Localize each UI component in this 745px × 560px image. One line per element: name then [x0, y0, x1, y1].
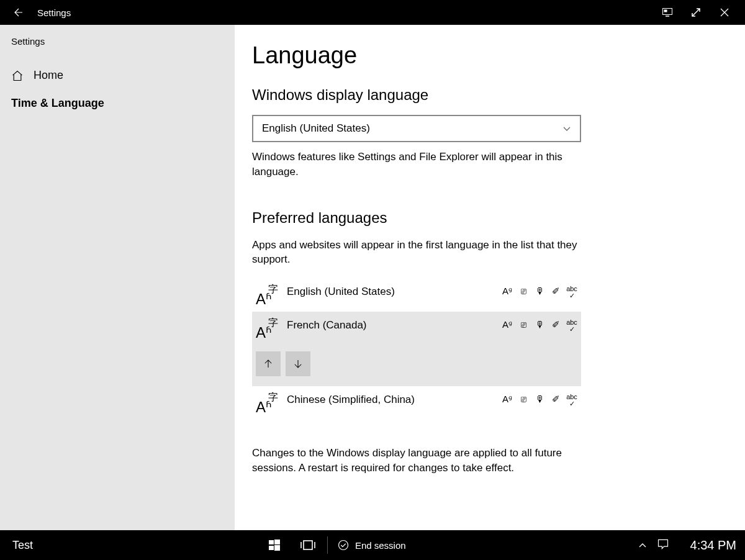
- sidebar-item-time-language[interactable]: Time & Language: [0, 89, 235, 117]
- home-icon: [11, 70, 24, 82]
- task-view-icon: [300, 540, 315, 551]
- expand-icon: [692, 8, 700, 17]
- display-language-dropdown[interactable]: English (United States): [252, 115, 581, 142]
- check-circle-icon: [338, 540, 349, 551]
- sidebar-item-label: Home: [34, 69, 63, 82]
- language-item-french-ca[interactable]: 字Aʱ French (Canada) Aᶢ ⎚ 🎙︎ ✐ abc✓: [252, 312, 581, 386]
- preferred-languages-helper: Apps and websites will appear in the fir…: [252, 238, 600, 268]
- display-language-helper: Windows features like Settings and File …: [252, 150, 600, 179]
- move-down-button[interactable]: [286, 351, 310, 376]
- display-language-icon: ⎚: [518, 394, 529, 407]
- window-titlebar: Settings: [0, 0, 745, 25]
- move-up-button[interactable]: [256, 351, 281, 376]
- handwriting-icon: ✐: [550, 286, 561, 299]
- language-reorder-controls: [256, 351, 577, 376]
- dropdown-value: English (United States): [262, 122, 370, 135]
- language-features: Aᶢ ⎚ 🎙︎ ✐ abc✓: [502, 318, 577, 333]
- spellcheck-icon: abc✓: [566, 286, 577, 299]
- remote-icon: [662, 8, 672, 17]
- speech-icon: 🎙︎: [534, 319, 545, 333]
- back-button[interactable]: [6, 7, 31, 18]
- remote-icon-button[interactable]: [653, 0, 682, 25]
- main-area: Settings Home Time & Language Language W…: [0, 25, 745, 530]
- spellcheck-icon: abc✓: [566, 394, 577, 407]
- end-session-button[interactable]: End session: [330, 540, 413, 551]
- language-glyph-icon: 字Aʱ: [256, 318, 277, 339]
- section-title-preferred-languages: Preferred languages: [252, 209, 720, 227]
- text-to-speech-icon: Aᶢ: [502, 319, 513, 333]
- speech-icon: 🎙︎: [534, 286, 545, 299]
- language-features: Aᶢ ⎚ 🎙︎ ✐ abc✓: [502, 284, 577, 299]
- svg-rect-6: [274, 545, 280, 551]
- content-pane: Language Windows display language Englis…: [235, 25, 745, 530]
- window-title: Settings: [31, 7, 71, 18]
- system-tray: 4:34 PM: [638, 538, 736, 553]
- text-to-speech-icon: Aᶢ: [502, 286, 513, 299]
- language-name: French (Canada): [287, 318, 492, 332]
- arrow-left-icon: [13, 7, 24, 18]
- sidebar: Settings Home Time & Language: [0, 25, 235, 530]
- taskbar-divider: [327, 536, 328, 554]
- language-features: Aᶢ ⎚ 🎙︎ ✐ abc✓: [502, 392, 577, 407]
- preferred-language-list: 字Aʱ English (United States) Aᶢ ⎚ 🎙︎ ✐ ab…: [252, 278, 581, 420]
- start-button[interactable]: [258, 530, 291, 560]
- speech-icon: 🎙︎: [534, 394, 545, 407]
- task-view-button[interactable]: [291, 530, 325, 560]
- windows-icon: [269, 540, 280, 551]
- svg-rect-4: [274, 540, 280, 544]
- svg-point-10: [338, 541, 348, 550]
- language-glyph-icon: 字Aʱ: [256, 392, 277, 413]
- sidebar-item-home[interactable]: Home: [0, 61, 235, 89]
- display-language-icon: ⎚: [518, 286, 529, 299]
- chevron-up-icon: [638, 542, 647, 548]
- section-title-display-language: Windows display language: [252, 86, 720, 104]
- language-name: Chinese (Simplified, China): [287, 392, 492, 406]
- close-icon: [720, 8, 729, 17]
- language-item-chinese-simplified[interactable]: 字Aʱ Chinese (Simplified, China) Aᶢ ⎚ 🎙︎ …: [252, 386, 581, 420]
- svg-rect-5: [269, 546, 274, 550]
- close-button[interactable]: [710, 0, 739, 25]
- notification-icon: [657, 538, 669, 550]
- svg-rect-1: [664, 10, 667, 12]
- spellcheck-icon: abc✓: [566, 319, 577, 333]
- language-name: English (United States): [287, 284, 492, 298]
- taskbar: Test End session 4:34 PM: [0, 530, 745, 560]
- arrow-down-icon: [292, 358, 304, 369]
- display-language-icon: ⎚: [518, 319, 529, 333]
- tray-expand-button[interactable]: [638, 540, 647, 551]
- page-title: Language: [252, 42, 720, 69]
- text-to-speech-icon: Aᶢ: [502, 394, 513, 407]
- language-item-english-us[interactable]: 字Aʱ English (United States) Aᶢ ⎚ 🎙︎ ✐ ab…: [252, 278, 581, 312]
- svg-rect-7: [304, 541, 312, 549]
- handwriting-icon: ✐: [550, 319, 561, 333]
- footer-note: Changes to the Windows display language …: [252, 446, 600, 476]
- taskbar-user: Test: [12, 539, 33, 552]
- maximize-button[interactable]: [682, 0, 710, 25]
- sidebar-item-label: Time & Language: [11, 97, 104, 110]
- chevron-down-icon: [562, 124, 571, 133]
- end-session-label: End session: [355, 540, 406, 551]
- language-glyph-icon: 字Aʱ: [256, 284, 277, 305]
- handwriting-icon: ✐: [550, 394, 561, 407]
- taskbar-clock[interactable]: 4:34 PM: [690, 538, 736, 553]
- arrow-up-icon: [263, 358, 274, 369]
- action-center-button[interactable]: [657, 538, 669, 553]
- svg-rect-3: [269, 540, 274, 544]
- app-name: Settings: [0, 36, 235, 61]
